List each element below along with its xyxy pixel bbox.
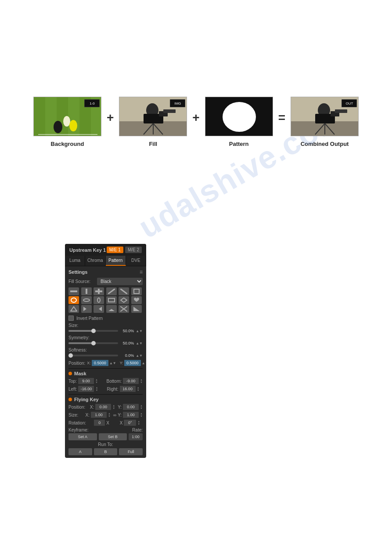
position-x-field: X: ▲▼ (87, 360, 116, 366)
mask-left-label: Left: (68, 387, 77, 392)
run-to-label: Run To: (68, 442, 143, 447)
size-label: Size: (68, 323, 143, 328)
pattern-btn-diag1[interactable] (106, 287, 117, 295)
fill-source-select[interactable]: Black (97, 278, 143, 285)
svg-line-41 (108, 289, 115, 294)
mask-top-input[interactable] (78, 378, 94, 384)
pos-x-letter: X: (87, 361, 91, 365)
pattern-btn-arrow-tr[interactable] (94, 305, 104, 313)
size-slider-track[interactable] (68, 330, 118, 332)
pos-x-spinner[interactable]: ▲▼ (109, 361, 116, 365)
pattern-btn-circle[interactable] (68, 296, 79, 304)
diagram-item-background: 1-0 Background (33, 97, 101, 147)
fk-size-x-input[interactable] (91, 412, 107, 418)
pos-x-input[interactable] (92, 360, 108, 366)
pattern-btn-vbar[interactable] (81, 287, 92, 295)
svg-point-6 (69, 120, 77, 131)
pattern-btn-oval-v[interactable] (94, 296, 104, 304)
softness-value: 0.0% (120, 353, 134, 358)
svg-rect-38 (86, 289, 87, 294)
symmetry-label: Symmetry: (68, 335, 143, 340)
background-thumbnail: 1-0 (33, 97, 101, 136)
pattern-btn-heart[interactable] (131, 296, 142, 304)
tab-pattern[interactable]: Pattern (106, 256, 126, 266)
pattern-btn-oval-h[interactable] (81, 296, 92, 304)
svg-rect-30 (335, 109, 347, 113)
run-a-button[interactable]: A (68, 448, 92, 455)
run-b-button[interactable]: B (94, 448, 118, 455)
pattern-thumbnail (205, 97, 273, 136)
svg-point-4 (54, 121, 62, 133)
symmetry-spinner[interactable]: ▲▼ (136, 341, 143, 345)
keyframe-row: Keyframe: Rate: Set A Set B (68, 428, 143, 440)
pattern-btn-box[interactable] (131, 287, 142, 295)
mask-top-spinner[interactable]: ▲▼ (95, 378, 98, 384)
pattern-btn-hbar[interactable] (68, 287, 79, 295)
fk-rot-y-label: X (120, 421, 123, 425)
fk-rot-y-input[interactable] (124, 420, 136, 426)
fk-size-link-icon: ∞ (113, 413, 116, 417)
tab-dve[interactable]: DVE (126, 256, 146, 266)
fk-pos-x-spinner[interactable]: ▲▼ (112, 404, 115, 410)
upstream-key-panel: Upstream Key 1 M/E 1 M/E 2 Luma Chroma P… (65, 244, 146, 458)
mask-left-input[interactable] (78, 386, 94, 392)
pattern-btn-arrow-tl[interactable] (81, 305, 92, 313)
fk-pos-x-input[interactable] (95, 404, 111, 410)
invert-pattern-checkbox[interactable] (68, 316, 74, 321)
pattern-btn-corner[interactable] (131, 305, 142, 313)
pattern-btn-arrow-br[interactable] (119, 305, 129, 313)
svg-rect-43 (134, 289, 139, 294)
tab-luma[interactable]: Luma (65, 256, 85, 266)
fill-source-label: Fill Source: (68, 279, 97, 284)
fk-rot-y-field: X ▲▼ (120, 420, 143, 426)
symmetry-slider-thumb[interactable] (91, 341, 96, 345)
settings-menu-icon[interactable]: ≡ (140, 269, 143, 275)
mask-bottom-spinner[interactable]: ▲▼ (140, 378, 143, 384)
pattern-btn-triangle[interactable] (68, 305, 79, 313)
fk-size-y-input[interactable] (123, 412, 139, 418)
softness-slider-track[interactable] (68, 355, 118, 356)
background-label: Background (51, 141, 84, 147)
fk-position-row: Position: X: ▲▼ Y: ▲▼ (68, 404, 143, 410)
symmetry-slider-track[interactable] (68, 342, 118, 344)
svg-marker-51 (99, 307, 102, 311)
svg-marker-52 (108, 309, 115, 311)
softness-spinner[interactable]: ▲▼ (136, 354, 143, 358)
fk-size-x-spinner[interactable]: ▲▼ (108, 412, 111, 417)
pattern-btn-cross[interactable] (94, 287, 104, 295)
fk-rot-y-spinner[interactable]: ▲▼ (137, 420, 140, 425)
size-spinner[interactable]: ▲▼ (136, 329, 143, 333)
me1-tab[interactable]: M/E 1 (107, 247, 123, 253)
mask-bottom-input[interactable] (123, 378, 139, 384)
pattern-btn-rect[interactable] (106, 296, 117, 304)
svg-marker-55 (133, 307, 140, 311)
pos-y-input[interactable] (124, 360, 141, 366)
diagram-item-combined: OUT Combined Output (291, 97, 359, 147)
symmetry-slider-row: Symmetry: 50.0% ▲▼ (68, 335, 143, 345)
svg-rect-37 (70, 290, 77, 292)
me2-tab[interactable]: M/E 2 (125, 247, 142, 253)
tab-chroma[interactable]: Chroma (85, 256, 105, 266)
softness-slider-thumb[interactable] (68, 353, 73, 358)
mask-right-spinner[interactable]: ▲▼ (137, 386, 140, 392)
position-label: Position: (68, 361, 85, 366)
pos-y-letter: Y: (120, 361, 123, 365)
mask-left-spinner[interactable]: ▲▼ (95, 386, 98, 392)
set-a-button[interactable]: Set A (68, 433, 97, 440)
fk-pos-y-input[interactable] (123, 404, 139, 410)
fill-thumbnail: IMG (119, 97, 187, 136)
mask-right-input[interactable] (120, 386, 136, 392)
size-slider-thumb[interactable] (91, 329, 96, 333)
fk-pos-y-spinner[interactable]: ▲▼ (140, 404, 143, 410)
fk-pos-y-label: Y: (118, 405, 122, 410)
set-b-button[interactable]: Set B (99, 433, 127, 440)
me-tabs: M/E 1 M/E 2 (107, 247, 142, 253)
fk-rot-x-input[interactable] (94, 420, 105, 426)
pattern-btn-arrow-bl[interactable] (106, 305, 117, 313)
fk-size-y-spinner[interactable]: ▲▼ (140, 412, 143, 417)
rate-input[interactable] (129, 433, 143, 440)
pattern-btn-diamond[interactable] (119, 296, 129, 304)
run-full-button[interactable]: Full (119, 448, 143, 455)
pos-y-spinner[interactable]: ▲▼ (142, 361, 146, 365)
pattern-btn-diag2[interactable] (119, 287, 129, 295)
